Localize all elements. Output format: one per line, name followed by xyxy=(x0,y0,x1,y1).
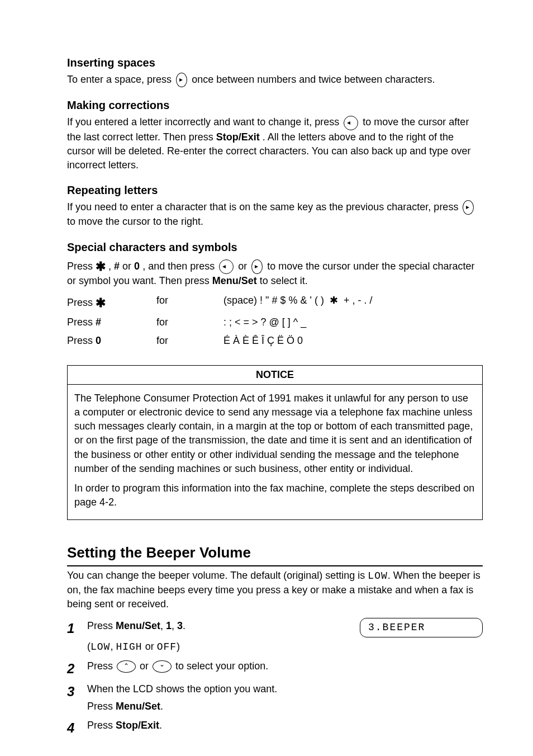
text: Press xyxy=(67,261,96,272)
star-key-icon: ✱ xyxy=(96,258,106,276)
text: Press xyxy=(87,701,116,712)
text: . xyxy=(160,701,163,712)
step-row: 4 Press Stop/Exit. xyxy=(67,719,483,738)
text: once between numbers and twice between c… xyxy=(192,74,435,85)
left-arrow-icon xyxy=(219,259,234,274)
zero-key: 0 xyxy=(134,261,140,272)
para-repeating-letters: If you need to enter a character that is… xyxy=(67,200,483,229)
mono-text: HIGH xyxy=(116,641,142,653)
right-arrow-icon xyxy=(463,200,474,215)
step-body: Press Menu/Set, 1, 3. 3.BEEPER (LOW, HIG… xyxy=(87,619,483,654)
mono-text: LOW xyxy=(368,570,387,582)
heading-beeper-volume: Setting the Beeper Volume xyxy=(67,542,483,566)
key-3: 3 xyxy=(177,620,183,631)
text: to select your option. xyxy=(175,660,268,672)
text: , xyxy=(110,641,116,652)
table-cell: Press 0 xyxy=(67,334,156,348)
para-inserting-spaces: To enter a space, press once between num… xyxy=(67,73,483,87)
notice-body: The Telephone Consumer Protection Act of… xyxy=(68,385,482,520)
text: or xyxy=(238,261,250,272)
left-arrow-icon xyxy=(344,116,358,130)
table-cell: for xyxy=(156,294,223,311)
mono-text: LOW xyxy=(91,641,110,653)
table-cell: Press # xyxy=(67,315,156,329)
text: , xyxy=(172,620,177,631)
heading-repeating-letters: Repeating letters xyxy=(67,182,483,198)
menu-set-label: Menu/Set xyxy=(212,275,257,286)
table-cell: for xyxy=(156,315,223,329)
heading-making-corrections: Making corrections xyxy=(67,97,483,113)
text: If you entered a letter incorrectly and … xyxy=(67,116,342,127)
notice-title: NOTICE xyxy=(68,366,482,385)
menu-set-label: Menu/Set xyxy=(116,701,160,712)
text: You can change the beeper volume. The de… xyxy=(67,570,368,581)
text: to select it. xyxy=(260,275,308,286)
step-row: 2 Press or to select your option. xyxy=(67,659,483,678)
up-arrow-icon xyxy=(117,660,136,673)
text: or xyxy=(140,660,151,672)
text: . xyxy=(183,620,185,631)
text: Press xyxy=(87,660,116,672)
hash-key: # xyxy=(114,261,120,272)
step-number: 4 xyxy=(67,719,79,738)
key-1: 1 xyxy=(166,620,172,631)
text: Press xyxy=(87,720,116,731)
step-number: 3 xyxy=(67,682,79,701)
step-number: 2 xyxy=(67,659,79,678)
step-body: Press Stop/Exit. xyxy=(87,719,483,733)
heading-inserting-spaces: Inserting spaces xyxy=(67,55,483,70)
text: to move the cursor to the right. xyxy=(67,216,203,227)
text: , xyxy=(160,620,166,631)
symbol-table: Press ✱ for (space) ! " # $ % & ' ( ) ✱ … xyxy=(67,294,483,348)
text: . xyxy=(159,720,162,731)
table-cell: É À È Ê Î Ç Ë Ö 0 xyxy=(223,334,483,348)
text: If you need to enter a character that is… xyxy=(67,201,461,212)
star-key-icon: ✱ xyxy=(96,295,106,312)
text: When the LCD shows the option you want. xyxy=(87,683,277,694)
step-row: 3 When the LCD shows the option you want… xyxy=(67,682,483,714)
menu-set-label: Menu/Set xyxy=(116,620,160,631)
text: To enter a space, press xyxy=(67,74,174,85)
table-cell: Press ✱ xyxy=(67,294,156,311)
heading-special-chars: Special characters and symbols xyxy=(67,239,483,255)
text: or xyxy=(122,261,134,272)
right-arrow-icon xyxy=(251,259,263,274)
mono-text: OFF xyxy=(157,641,177,653)
para-special-chars: Press ✱ , # or 0 , and then press or to … xyxy=(67,257,483,289)
text: ) xyxy=(177,641,180,652)
lcd-display: 3.BEEPER xyxy=(360,618,483,637)
table-cell: (space) ! " # $ % & ' ( ) ✱ + , - . / xyxy=(223,294,483,311)
stop-exit-label: Stop/Exit xyxy=(216,131,260,143)
down-arrow-icon xyxy=(153,660,172,673)
text: Press xyxy=(87,620,116,631)
notice-box: NOTICE The Telephone Consumer Protection… xyxy=(67,365,483,521)
table-cell: : ; < = > ? @ [ ] ^ _ xyxy=(223,315,483,329)
notice-para-2: In order to program this information int… xyxy=(74,481,475,509)
stop-exit-label: Stop/Exit xyxy=(116,720,159,731)
para-making-corrections: If you entered a letter incorrectly and … xyxy=(67,115,483,172)
step-body: Press or to select your option. xyxy=(87,659,483,673)
table-cell: for xyxy=(156,334,223,348)
right-arrow-icon xyxy=(176,73,187,87)
para-beeper-intro: You can change the beeper volume. The de… xyxy=(67,569,483,612)
notice-para-1: The Telephone Consumer Protection Act of… xyxy=(74,391,475,476)
text: or xyxy=(142,641,157,652)
text: , and then press xyxy=(142,261,217,272)
step-body: When the LCD shows the option you want. … xyxy=(87,682,483,714)
step-row: 1 Press Menu/Set, 1, 3. 3.BEEPER (LOW, H… xyxy=(67,619,483,654)
step-number: 1 xyxy=(67,619,79,638)
text: , xyxy=(108,261,114,272)
step-list: 1 Press Menu/Set, 1, 3. 3.BEEPER (LOW, H… xyxy=(67,619,483,737)
